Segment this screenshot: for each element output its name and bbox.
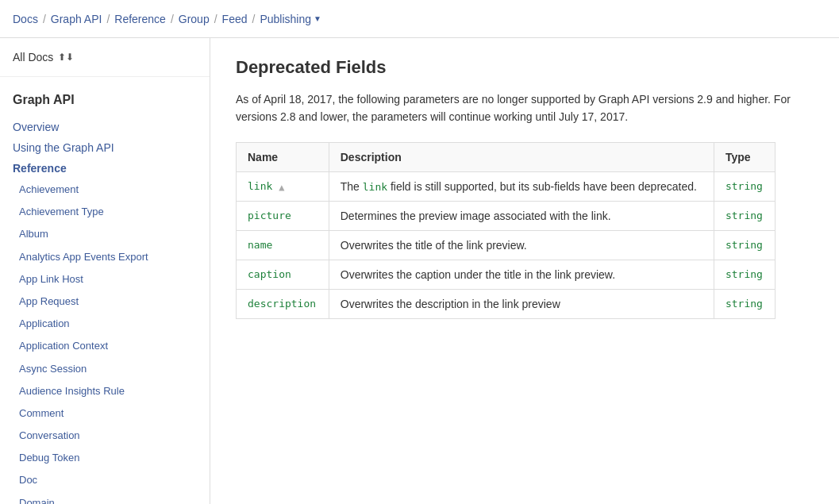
sep-4: / (214, 13, 217, 25)
sidebar-item-analytics[interactable]: Analytics App Events Export (0, 246, 210, 268)
row-picture-name: picture (237, 201, 329, 230)
sidebar-item-application-context[interactable]: Application Context (0, 335, 210, 357)
intro-text: As of April 18, 2017, the following para… (236, 90, 791, 126)
breadcrumb-docs[interactable]: Docs (13, 13, 38, 25)
sidebar-item-achievement[interactable]: Achievement (0, 179, 210, 201)
table-row-description: description Overwrites the description i… (237, 289, 775, 318)
sidebar-item-application[interactable]: Application (0, 313, 210, 335)
col-header-name: Name (237, 142, 329, 171)
table-row-link: link ▲ The link field is still supported… (237, 171, 775, 201)
link-code-inline: link (363, 181, 387, 193)
col-header-description: Description (329, 142, 714, 171)
sidebar-item-comment[interactable]: Comment (0, 402, 210, 425)
sort-icon: ⬆⬇ (58, 52, 74, 63)
row-link-description: The link field is still supported, but i… (329, 171, 714, 201)
sidebar: All Docs ⬆⬇ Graph API Overview Using the… (0, 38, 210, 504)
caption-type-value: string (725, 268, 763, 280)
row-caption-name: caption (237, 260, 329, 289)
table-row-caption: caption Overwrites the caption under the… (237, 260, 775, 289)
sidebar-item-app-request[interactable]: App Request (0, 290, 210, 313)
name-type-value: string (725, 239, 763, 251)
sidebar-item-domain[interactable]: Domain (0, 492, 210, 504)
row-name-description: Overwrites the title of the link preview… (329, 230, 714, 260)
sidebar-item-debug-token[interactable]: Debug Token (0, 447, 210, 469)
col-header-type: Type (714, 142, 775, 171)
row-description-name: description (237, 289, 329, 318)
deprecated-fields-table: Name Description Type link ▲ The link fi (236, 142, 775, 319)
sidebar-section-title: Graph API (0, 87, 210, 113)
row-link-name: link ▲ (237, 171, 329, 201)
picture-type-value: string (725, 210, 763, 221)
table-row-picture: picture Determines the preview image ass… (237, 201, 775, 230)
row-name-name: name (237, 230, 329, 260)
breadcrumb-publishing-dropdown[interactable]: Publishing ▼ (260, 13, 321, 25)
sidebar-item-audience-insights-rule[interactable]: Audience Insights Rule (0, 380, 210, 402)
all-docs-label: All Docs (13, 51, 53, 63)
sidebar-nav-reference[interactable]: Reference (0, 158, 210, 179)
row-link-type: string (714, 171, 775, 201)
sidebar-item-conversation[interactable]: Conversation (0, 425, 210, 447)
sep-3: / (171, 13, 174, 25)
row-caption-description: Overwrites the caption under the title i… (329, 260, 714, 289)
table-row-name: name Overwrites the title of the link pr… (237, 230, 775, 260)
row-name-type: string (714, 230, 775, 260)
breadcrumb-reference[interactable]: Reference (114, 13, 166, 25)
breadcrumb: Docs / Graph API / Reference / Group / F… (13, 13, 321, 25)
sidebar-item-doc[interactable]: Doc (0, 469, 210, 491)
sidebar-item-app-link-host[interactable]: App Link Host (0, 268, 210, 290)
breadcrumb-graph-api[interactable]: Graph API (51, 13, 102, 25)
page-title: Deprecated Fields (236, 57, 814, 78)
main-layout: All Docs ⬆⬇ Graph API Overview Using the… (0, 38, 839, 504)
breadcrumb-feed[interactable]: Feed (222, 13, 248, 25)
sep-2: / (106, 13, 110, 25)
sidebar-item-async-session[interactable]: Async Session (0, 358, 210, 380)
main-content: Deprecated Fields As of April 18, 2017, … (210, 38, 839, 504)
description-type-value: string (725, 298, 763, 310)
top-bar: Docs / Graph API / Reference / Group / F… (0, 0, 839, 38)
breadcrumb-group[interactable]: Group (179, 13, 210, 25)
chevron-down-icon: ▼ (314, 14, 321, 23)
sidebar-item-achievement-type[interactable]: Achievement Type (0, 201, 210, 223)
row-description-type: string (714, 289, 775, 318)
row-description-description: Overwrites the description in the link p… (329, 289, 714, 318)
sep-5: / (252, 13, 256, 25)
sidebar-item-album[interactable]: Album (0, 223, 210, 245)
sidebar-nav-overview[interactable]: Overview (0, 117, 210, 137)
link-name-code: link (248, 180, 272, 192)
row-caption-type: string (714, 260, 775, 289)
row-picture-description: Determines the preview image associated … (329, 201, 714, 230)
sep-1: / (43, 13, 46, 25)
row-picture-type: string (714, 201, 775, 230)
breadcrumb-publishing-label: Publishing (260, 13, 311, 25)
all-docs-selector[interactable]: All Docs ⬆⬇ (0, 51, 210, 77)
table-header-row: Name Description Type (237, 142, 775, 171)
collapse-icon[interactable]: ▲ (279, 182, 284, 193)
link-type-value: string (725, 180, 763, 192)
sidebar-nav-using-graph-api[interactable]: Using the Graph API (0, 137, 210, 158)
